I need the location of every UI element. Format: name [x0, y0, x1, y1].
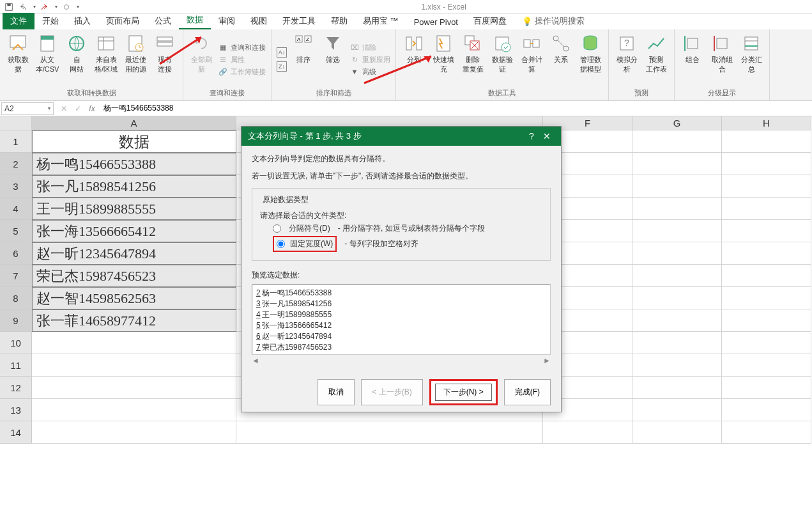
flash-fill-button[interactable]: 快速填充: [429, 32, 457, 87]
cell[interactable]: [722, 377, 811, 399]
next-button[interactable]: 下一步(N) >: [435, 384, 492, 401]
cell-a1[interactable]: 数据: [32, 130, 236, 153]
cell[interactable]: [722, 265, 811, 287]
row-header[interactable]: 14: [0, 421, 32, 444]
cell[interactable]: [722, 220, 811, 242]
cell[interactable]: [632, 332, 722, 354]
row-header[interactable]: 12: [0, 377, 32, 399]
from-csv-button[interactable]: 从文 本/CSV: [33, 32, 61, 87]
remove-duplicates-button[interactable]: 删除 重复值: [459, 32, 487, 87]
tab-insert[interactable]: 插入: [66, 13, 98, 29]
row-header[interactable]: 2: [0, 153, 32, 175]
formula-input[interactable]: [101, 104, 812, 113]
col-header-g[interactable]: G: [632, 116, 722, 130]
cell[interactable]: [632, 309, 722, 332]
cell[interactable]: [722, 153, 811, 175]
tab-yyb[interactable]: 易用宝 ™: [355, 13, 406, 29]
accept-formula-icon[interactable]: ✓: [72, 104, 84, 113]
sort-za-button[interactable]: Z↓: [275, 61, 288, 72]
filter-button[interactable]: 筛选: [319, 32, 347, 87]
tab-review[interactable]: 审阅: [211, 13, 243, 29]
cell-data[interactable]: 赵一昕12345647894: [32, 242, 236, 265]
data-model-button[interactable]: 管理数 据模型: [576, 32, 604, 87]
data-validation-button[interactable]: 数据验 证: [488, 32, 516, 87]
edit-links-button[interactable]: 🔗工作簿链接: [217, 66, 267, 77]
cell[interactable]: [632, 421, 722, 444]
row-header[interactable]: 10: [0, 332, 32, 354]
sort-az-button[interactable]: A↓: [275, 47, 288, 58]
cell[interactable]: [722, 130, 811, 153]
tab-help[interactable]: 帮助: [323, 13, 355, 29]
cell[interactable]: [632, 220, 722, 242]
cell[interactable]: [722, 332, 811, 354]
ungroup-button[interactable]: 取消组合: [708, 32, 736, 87]
undo-icon[interactable]: [18, 2, 28, 12]
cell[interactable]: [722, 242, 811, 265]
cell[interactable]: [32, 421, 236, 444]
cell[interactable]: [632, 399, 722, 421]
redo-dropdown-icon[interactable]: ▾: [55, 4, 57, 10]
cell[interactable]: [722, 198, 811, 220]
undo-dropdown-icon[interactable]: ▾: [33, 4, 36, 10]
radio-fixed-width[interactable]: [277, 240, 285, 248]
clear-filter-button[interactable]: ⌧清除: [348, 42, 392, 53]
tab-layout[interactable]: 页面布局: [98, 13, 147, 29]
cell-data[interactable]: 赵一智14598562563: [32, 287, 236, 309]
row-header[interactable]: 13: [0, 399, 32, 421]
cell-data[interactable]: 张一菲14658977412: [32, 309, 236, 332]
cell[interactable]: [632, 287, 722, 309]
cell[interactable]: [632, 377, 722, 399]
row-header-1[interactable]: 1: [0, 130, 32, 153]
help-icon[interactable]: ?: [524, 131, 539, 141]
cell[interactable]: [722, 287, 811, 309]
get-data-button[interactable]: 获取数 据: [4, 32, 32, 87]
cell[interactable]: [632, 265, 722, 287]
touch-mode-icon[interactable]: [61, 2, 72, 12]
row-header[interactable]: 9: [0, 309, 32, 332]
row-header[interactable]: 7: [0, 265, 32, 287]
cell[interactable]: [632, 175, 722, 198]
advanced-filter-button[interactable]: ▼高级: [348, 66, 392, 77]
text-to-columns-button[interactable]: 分列: [400, 32, 428, 87]
dialog-title-bar[interactable]: 文本分列向导 - 第 1 步, 共 3 步 ? ✕: [241, 127, 561, 146]
finish-button[interactable]: 完成(F): [504, 379, 551, 405]
existing-conn-button[interactable]: 现有 连接: [151, 32, 179, 87]
tell-me[interactable]: 💡 操作说明搜索: [514, 13, 592, 29]
from-table-button[interactable]: 来自表 格/区域: [92, 32, 120, 87]
tab-data[interactable]: 数据: [179, 12, 211, 29]
fx-icon[interactable]: fx: [86, 104, 98, 113]
tab-view[interactable]: 视图: [243, 13, 275, 29]
tab-formula[interactable]: 公式: [147, 13, 179, 29]
cell[interactable]: [543, 421, 632, 444]
properties-button[interactable]: ☰属性: [217, 54, 267, 65]
cell[interactable]: [722, 421, 811, 444]
cell-data[interactable]: 荣已杰15987456523: [32, 265, 236, 287]
cell-data[interactable]: 张一海13566665412: [32, 220, 236, 242]
row-header[interactable]: 8: [0, 287, 32, 309]
cell[interactable]: [632, 130, 722, 153]
preview-box[interactable]: 2杨一鸣154665533883张一凡158985412564王一明158998…: [252, 285, 551, 355]
col-header-a[interactable]: A: [32, 116, 236, 130]
tab-file[interactable]: 文件: [3, 13, 34, 29]
namebox-dropdown-icon[interactable]: ▾: [48, 105, 50, 111]
tab-pivot[interactable]: Power Pivot: [406, 15, 466, 29]
tab-home[interactable]: 开始: [34, 13, 66, 29]
row-header[interactable]: 5: [0, 220, 32, 242]
cell[interactable]: [32, 377, 236, 399]
cell[interactable]: [632, 354, 722, 377]
subtotal-button[interactable]: 分类汇总: [737, 32, 765, 87]
tab-dev[interactable]: 开发工具: [275, 13, 323, 29]
redo-icon[interactable]: [40, 2, 50, 12]
row-header[interactable]: 6: [0, 242, 32, 265]
row-header[interactable]: 4: [0, 198, 32, 220]
cell[interactable]: [32, 332, 236, 354]
queries-connections-button[interactable]: ▦查询和连接: [217, 42, 267, 53]
cell[interactable]: [32, 354, 236, 377]
close-icon[interactable]: ✕: [539, 131, 555, 141]
radio-delimited[interactable]: [273, 224, 281, 233]
select-all-corner[interactable]: [0, 116, 32, 130]
cell[interactable]: [722, 399, 811, 421]
col-header-h[interactable]: H: [722, 116, 811, 130]
cell[interactable]: [632, 153, 722, 175]
cell-data[interactable]: 张一凡15898541256: [32, 175, 236, 198]
